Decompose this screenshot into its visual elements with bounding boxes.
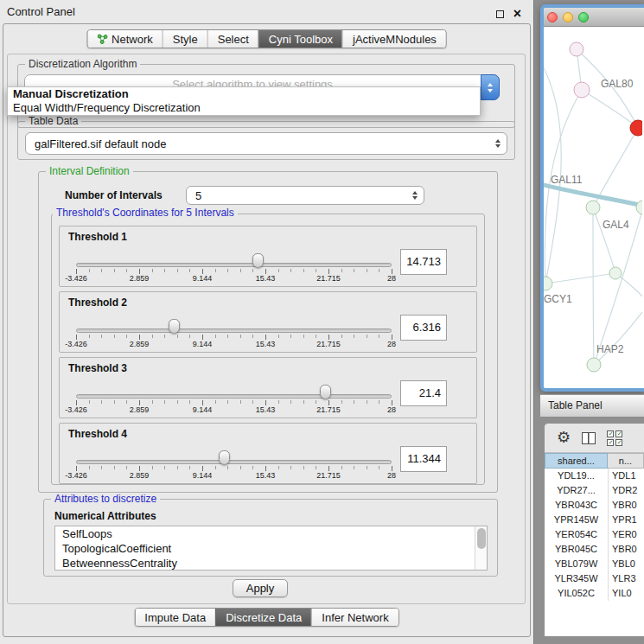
- tick-mark: [227, 466, 228, 469]
- algorithm-group-title: Discretization Algorithm: [25, 58, 140, 70]
- table-cell: YBL0: [608, 557, 644, 571]
- tick-mark: [189, 335, 190, 338]
- tick-mark: [240, 269, 241, 272]
- tick-mark: [278, 335, 279, 338]
- table-row[interactable]: YPR145WYPR1: [545, 513, 644, 527]
- interval-definition-group: Interval Definition Number of Intervals …: [38, 171, 498, 493]
- combobox-dropdown-button[interactable]: [481, 74, 500, 100]
- scrollbar-thumb[interactable]: [477, 528, 486, 549]
- attributes-listbox[interactable]: SelfLoopsTopologicalCoefficientBetweenne…: [54, 526, 488, 571]
- network-graph: GAL80GAL11GAL4GCY1HAP2: [544, 27, 642, 391]
- tick-mark: [164, 466, 165, 469]
- network-node[interactable]: [574, 82, 590, 98]
- slider-thumb[interactable]: [219, 450, 230, 465]
- column-header[interactable]: shared...: [545, 453, 608, 469]
- network-canvas[interactable]: GAL80GAL11GAL4GCY1HAP2: [544, 27, 642, 391]
- table-cell: YDL1: [608, 469, 644, 483]
- tick-mark: [215, 466, 216, 469]
- tick-mark: [341, 335, 342, 338]
- apply-button[interactable]: Apply: [233, 579, 288, 597]
- table-row[interactable]: YBR043CYBR0: [545, 498, 644, 513]
- threshold-slider[interactable]: -3.4262.8599.14415.4321.71528: [76, 226, 392, 288]
- slider-track[interactable]: [76, 263, 392, 267]
- tab-label: Select: [218, 33, 249, 46]
- tab-impute-data[interactable]: Impute Data: [135, 609, 215, 626]
- list-item[interactable]: SelfLoops: [55, 526, 487, 541]
- minimize-window-button[interactable]: [563, 12, 573, 22]
- tick-mark: [227, 269, 228, 272]
- slider-track[interactable]: [76, 328, 392, 333]
- tick-mark: [164, 335, 165, 338]
- tick-mark: [215, 269, 216, 272]
- float-window-icon[interactable]: [496, 10, 504, 18]
- network-node[interactable]: [544, 277, 552, 290]
- network-node[interactable]: [609, 267, 622, 279]
- close-icon[interactable]: [513, 6, 521, 22]
- network-node[interactable]: [630, 120, 642, 136]
- column-selector-icon[interactable]: [582, 432, 596, 444]
- threshold-slider[interactable]: -3.4262.8599.14415.4321.71528: [76, 358, 392, 419]
- threshold-value: 14.713: [400, 249, 447, 275]
- network-window-titlebar[interactable]: [544, 8, 644, 27]
- network-node[interactable]: [570, 42, 583, 56]
- threshold-panel: Threshold 1-3.4262.8599.14415.4321.71528…: [59, 226, 477, 287]
- tick-mark: [379, 466, 379, 469]
- gear-icon[interactable]: [557, 430, 571, 446]
- slider-thumb[interactable]: [252, 253, 264, 268]
- tick-mark: [189, 269, 190, 272]
- tick-mark: [316, 400, 316, 404]
- checkbox-icon: [607, 430, 614, 437]
- algorithm-option[interactable]: Manual Discretization: [8, 87, 480, 101]
- tick-label: 9.144: [193, 471, 213, 480]
- tab-jactivemnodules[interactable]: jActiveMNodules: [342, 30, 446, 48]
- tab-discretize-data[interactable]: Discretize Data: [215, 609, 311, 626]
- tick-label: 15.43: [256, 471, 276, 480]
- algorithm-option[interactable]: Equal Width/Frequency Discretization: [8, 101, 480, 115]
- tick-mark: [316, 466, 316, 469]
- node-label: GAL11: [551, 174, 583, 186]
- column-header[interactable]: n...: [608, 453, 644, 469]
- table-row[interactable]: YDL19...YDL1: [545, 469, 644, 483]
- tick-label: 2.859: [130, 471, 150, 480]
- threshold-slider[interactable]: -3.4262.8599.14415.4321.71528: [76, 292, 392, 354]
- table-data-combobox[interactable]: galFiltered.sif default node: [25, 132, 507, 155]
- num-intervals-combobox[interactable]: 5: [186, 186, 424, 205]
- tick-mark: [354, 466, 354, 469]
- tick-label: 2.859: [130, 274, 150, 283]
- scrollbar[interactable]: [475, 526, 487, 570]
- tick-mark: [215, 335, 216, 338]
- tab-infer-network[interactable]: Infer Network: [311, 609, 398, 626]
- tab-select[interactable]: Select: [207, 30, 258, 48]
- slider-thumb[interactable]: [169, 319, 180, 334]
- close-window-button[interactable]: [547, 12, 558, 22]
- tick-mark: [303, 400, 304, 404]
- table-row[interactable]: YBL079WYBL0: [545, 557, 644, 571]
- tick-mark: [290, 466, 291, 469]
- threshold-value: 6.316: [400, 315, 447, 341]
- table-row[interactable]: YER054CYER0: [545, 527, 644, 542]
- tick-mark: [290, 335, 291, 338]
- slider-track[interactable]: [76, 394, 392, 399]
- table-row[interactable]: YLR345WYLR3: [545, 571, 644, 586]
- table-row[interactable]: YDR27...YDR2: [545, 483, 644, 498]
- tab-style[interactable]: Style: [163, 30, 207, 48]
- zoom-window-button[interactable]: [578, 12, 589, 22]
- select-rows-checkboxes-icon[interactable]: [607, 430, 622, 446]
- table-row[interactable]: YBR045CYBR0: [545, 542, 644, 557]
- threshold-panel: Threshold 4-3.4262.8599.14415.4321.71528…: [59, 423, 477, 484]
- list-item[interactable]: BetweennessCentrality: [55, 556, 487, 571]
- table-row[interactable]: YIL052CYIL0: [545, 586, 644, 601]
- slider-thumb[interactable]: [320, 385, 331, 399]
- network-node[interactable]: [586, 201, 600, 214]
- tab-label: Network: [112, 33, 153, 46]
- threshold-panel: Threshold 3-3.4262.8599.14415.4321.71528…: [59, 357, 477, 418]
- tick-label: 28: [387, 471, 396, 480]
- tick-mark: [164, 400, 165, 404]
- network-node[interactable]: [587, 358, 601, 372]
- list-item[interactable]: TopologicalCoefficient: [55, 541, 487, 556]
- slider-track[interactable]: [76, 460, 392, 464]
- tab-cyni-toolbox[interactable]: Cyni Toolbox: [258, 30, 342, 48]
- tab-network[interactable]: Network: [87, 30, 163, 48]
- threshold-slider[interactable]: -3.4262.8599.14415.4321.71528: [76, 424, 392, 485]
- tick-mark: [240, 335, 241, 338]
